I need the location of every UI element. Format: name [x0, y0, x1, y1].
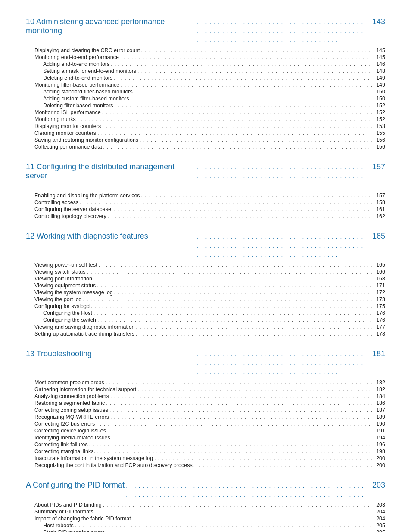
entry-label: Identifying media-related issues	[34, 435, 110, 441]
entry-label: Adding custom filter-based monitors	[43, 96, 129, 102]
entry-dots	[89, 442, 372, 448]
toc-entry: Correcting I2C bus errors190	[26, 420, 385, 427]
toc-entry: Viewing switch status166	[26, 268, 385, 275]
entry-dots	[140, 137, 372, 143]
toc-entry: About PIDs and PID binding203	[26, 501, 385, 508]
entry-label: Adding standard filter-based monitors	[43, 89, 133, 95]
entry-label: Recognizing MQ-WRITE errors	[34, 414, 109, 420]
toc-entry: Deleting end-to-end monitors149	[26, 75, 385, 81]
entry-page: 205	[373, 523, 385, 529]
entry-page: 182	[373, 380, 385, 386]
toc-entry: Setting up automatic trace dump transfer…	[26, 330, 385, 337]
entry-dots	[114, 289, 372, 296]
chapter-title-ch10: 10 Administering advanced performance mo…	[26, 17, 385, 44]
entry-dots	[110, 414, 372, 420]
entry-label: Viewing equipment status	[34, 283, 96, 289]
entry-page: 168	[373, 276, 385, 282]
chapter-title-text-ch13: 13 Troubleshooting	[26, 349, 196, 358]
toc-chapter-ch11: 11 Configuring the distributed managemen…	[26, 162, 385, 220]
entry-label: Recognizing the port initialization and …	[34, 462, 194, 468]
entry-dots	[112, 435, 372, 441]
entry-label: Controlling topology discovery	[34, 213, 106, 219]
entry-label: Restoring a segmented fabric	[34, 400, 105, 406]
entry-dots	[107, 428, 372, 434]
entry-page: 196	[373, 442, 385, 448]
entry-page: 153	[373, 123, 385, 129]
entry-label: Analyzing connection problems	[34, 393, 109, 399]
toc-entry: Monitoring end-to-end performance145	[26, 54, 385, 61]
toc-entry: Restoring a segmented fabric186	[26, 400, 385, 407]
chapter-page-ch10: 143	[368, 17, 385, 26]
entry-dots	[97, 283, 372, 289]
entry-label: Viewing switch status	[34, 269, 86, 275]
toc-entry: Viewing equipment status171	[26, 282, 385, 289]
entry-page: 148	[373, 68, 385, 74]
toc-entry: Adding standard filter-based monitors150	[26, 88, 385, 95]
toc-entry: Inaccurate information in the system mes…	[26, 455, 385, 462]
chapter-page-ch11: 157	[368, 162, 385, 171]
toc-entry: Analyzing connection problems184	[26, 393, 385, 400]
chapter-title-text-ch10: 10 Administering advanced performance mo…	[26, 17, 196, 35]
toc-entry: Correcting device login issues191	[26, 427, 385, 434]
entry-label: Correcting I2C bus errors	[34, 421, 95, 427]
toc-entry: Adding custom filter-based monitors150	[26, 95, 385, 102]
toc-container: 10 Administering advanced performance mo…	[26, 17, 385, 532]
chapter-title-ch12: 12 Working with diagnostic features165	[26, 232, 385, 259]
toc-entry: Adding end-to-end monitors146	[26, 61, 385, 68]
chapter-dots-appA	[126, 481, 367, 499]
entry-label: Monitoring filter-based performance	[34, 82, 119, 88]
entry-label: Correcting zoning setup issues	[34, 407, 108, 413]
chapter-dots-ch13	[197, 349, 367, 376]
entry-label: Saving and restoring monitor configurati…	[34, 137, 138, 143]
toc-chapter-appA: A Configuring the PID format203About PID…	[26, 481, 385, 532]
entry-dots	[96, 421, 372, 427]
entry-dots	[97, 317, 372, 323]
toc-entry: Correcting marginal links.198	[26, 448, 385, 455]
entry-dots	[137, 386, 372, 392]
entry-page: 150	[373, 96, 385, 102]
entry-page: 158	[373, 199, 385, 205]
entry-label: Correcting device login issues	[34, 428, 106, 434]
chapter-dots-ch10	[197, 17, 367, 44]
chapter-title-ch13: 13 Troubleshooting181	[26, 349, 385, 376]
entry-dots	[80, 199, 372, 205]
entry-dots	[99, 262, 372, 268]
entry-page: 204	[373, 509, 385, 515]
entry-page: 176	[373, 317, 385, 323]
toc-entry: Correcting zoning setup issues187	[26, 407, 385, 414]
entry-label: Monitoring ISL performance	[34, 109, 101, 115]
entry-dots	[109, 407, 372, 413]
toc-entry: Correcting link failures196	[26, 441, 385, 448]
chapter-page-appA: 203	[368, 481, 385, 490]
entry-label: Monitoring end-to-end performance	[34, 54, 119, 60]
entry-label: Configuring for syslogd	[34, 303, 90, 309]
entry-dots	[91, 303, 372, 309]
entry-page: 146	[373, 61, 385, 67]
chapter-title-ch11: 11 Configuring the distributed managemen…	[26, 162, 385, 190]
entry-page: 187	[373, 407, 385, 413]
entry-dots	[114, 206, 372, 212]
entry-dots	[195, 462, 372, 468]
toc-entry: Recognizing the port initialization and …	[26, 462, 385, 469]
chapter-title-text-ch11: 11 Configuring the distributed managemen…	[26, 162, 196, 180]
entry-page: 190	[373, 421, 385, 427]
entry-page: 152	[373, 103, 385, 109]
toc-entry: Monitoring trunks152	[26, 116, 385, 123]
entry-label: Displaying and clearing the CRC error co…	[34, 47, 140, 53]
entry-page: 166	[373, 269, 385, 275]
entry-dots	[83, 296, 372, 302]
toc-chapter-ch12: 12 Working with diagnostic features165Vi…	[26, 232, 385, 337]
entry-page: 194	[373, 435, 385, 441]
entry-label: Impact of changing the fabric PID format…	[34, 516, 132, 522]
entry-label: Adding end-to-end monitors	[43, 61, 109, 67]
entry-label: Host reboots	[43, 523, 74, 529]
entry-label: Inaccurate information in the system mes…	[34, 455, 153, 461]
toc-entry: Viewing the port log173	[26, 296, 385, 303]
entry-dots	[102, 109, 372, 115]
entry-page: 155	[373, 130, 385, 136]
entry-dots	[102, 123, 372, 129]
entry-page: 161	[373, 206, 385, 212]
entry-page: 145	[373, 54, 385, 60]
entry-label: Viewing and saving diagnostic informatio…	[34, 324, 135, 330]
chapter-title-appA: A Configuring the PID format203	[26, 481, 385, 499]
